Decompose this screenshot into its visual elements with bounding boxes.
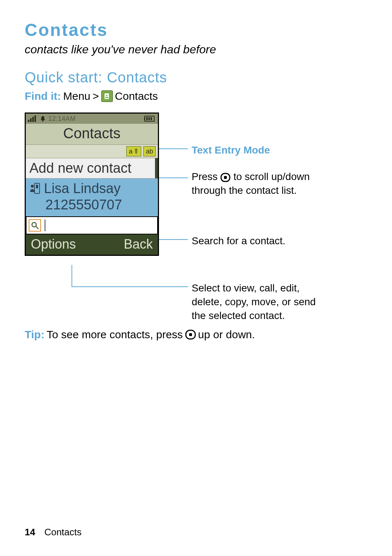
footer-section: Contacts [44, 527, 82, 537]
dpad-icon [220, 173, 230, 182]
find-it-menu: Menu [63, 90, 90, 102]
find-it-separator: > [93, 90, 99, 102]
page-heading: Contacts [25, 20, 367, 40]
add-new-contact-item[interactable]: Add new contact [26, 158, 158, 179]
search-input[interactable] [26, 216, 158, 234]
dpad-icon [185, 330, 196, 340]
svg-rect-9 [144, 117, 145, 120]
bell-icon [40, 115, 46, 122]
svg-rect-4 [30, 118, 32, 122]
search-icon [29, 219, 41, 232]
tip-label: Tip: [25, 328, 44, 341]
status-time: 12:14AM [48, 115, 76, 123]
phone-screen-title: Contacts [26, 124, 158, 144]
contacts-app-icon [101, 90, 113, 102]
svg-point-15 [31, 185, 34, 188]
softkey-bar: Options Back [26, 234, 158, 255]
battery-icon [144, 116, 156, 122]
callout-text-entry-mode: Text Entry Mode [192, 143, 270, 157]
contact-number: 2125550707 [29, 197, 154, 213]
svg-point-7 [42, 120, 44, 122]
find-it-label: Find it: [25, 90, 61, 102]
svg-rect-3 [28, 120, 29, 122]
signal-icon [28, 115, 37, 122]
entry-mode-chip-single[interactable]: a✎ [126, 146, 141, 156]
section-heading: Quick start: Contacts [25, 69, 367, 86]
contact-list-item-selected[interactable]: Lisa Lindsay 2125550707 [26, 179, 158, 216]
callout-scroll: Press to scroll up/down through the cont… [192, 170, 344, 197]
svg-rect-2 [105, 97, 108, 98]
svg-rect-22 [224, 176, 227, 179]
softkey-options[interactable]: Options [31, 237, 76, 252]
status-bar: 12:14AM [26, 114, 158, 124]
callout-options: Select to view, call, edit, delete, copy… [192, 281, 351, 322]
svg-rect-14 [36, 185, 38, 188]
find-it-target: Contacts [115, 90, 158, 102]
text-cursor [45, 220, 45, 231]
softkey-back[interactable]: Back [124, 237, 153, 252]
svg-point-1 [106, 95, 107, 96]
tagline: contacts like you've never had before [25, 43, 367, 56]
svg-rect-12 [151, 117, 152, 120]
phone-screenshot: 12:14AM Contacts a✎ ab Add new contact L… [25, 113, 159, 256]
svg-rect-24 [189, 333, 192, 336]
entry-mode-chip-abc[interactable]: ab [143, 146, 156, 156]
tip-line: Tip: To see more contacts, press up or d… [25, 328, 367, 341]
svg-point-16 [32, 222, 36, 227]
page-number: 14 [25, 527, 35, 537]
svg-rect-6 [34, 115, 36, 122]
callout-search: Search for a contact. [192, 234, 285, 248]
find-it-path: Find it: Menu > Contacts [25, 90, 367, 102]
page-footer: 14 Contacts [25, 527, 82, 538]
mobile-phone-icon [29, 183, 40, 195]
svg-line-17 [36, 226, 38, 229]
contact-name: Lisa Lindsay [44, 181, 121, 196]
svg-rect-11 [148, 117, 150, 120]
text-entry-mode-row: a✎ ab [26, 144, 158, 158]
svg-rect-10 [146, 117, 148, 120]
svg-rect-5 [32, 117, 34, 122]
